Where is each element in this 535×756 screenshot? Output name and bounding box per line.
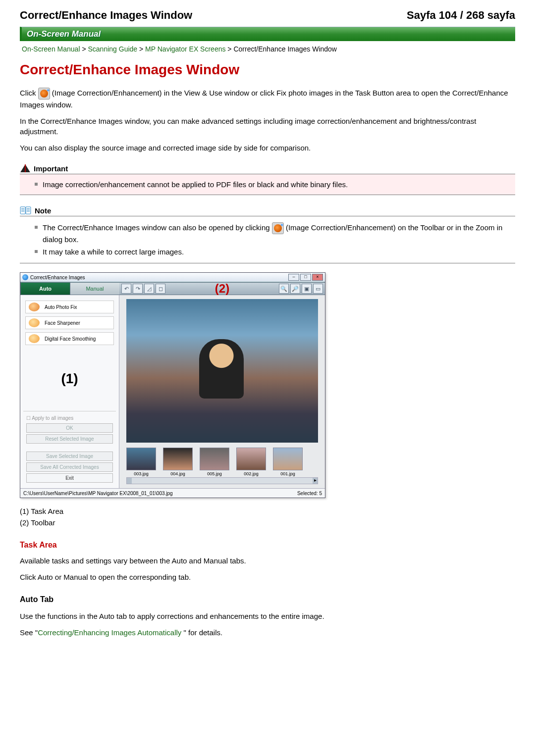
- flip-icon[interactable]: ◿: [144, 284, 154, 294]
- face-sharpener-icon: [29, 318, 40, 327]
- face-sharpener-button[interactable]: Face Sharpener: [25, 316, 114, 329]
- auto-photo-fix-button[interactable]: Auto Photo Fix: [25, 301, 114, 313]
- status-bar: C:\Users\UserName\Pictures\MP Navigator …: [20, 488, 325, 498]
- intro-p2: In the Correct/Enhance Images window, yo…: [20, 116, 515, 137]
- preview-image: [126, 299, 318, 443]
- digital-face-smoothing-button[interactable]: Digital Face Smoothing: [25, 332, 114, 345]
- task-callout: (1): [23, 347, 116, 411]
- digital-face-smoothing-icon: [29, 334, 40, 343]
- header-left: Correct/Enhance Images Window: [20, 9, 192, 22]
- maximize-button[interactable]: □: [300, 274, 311, 281]
- app-title-icon: [22, 274, 28, 280]
- intro-after-icon: (Image Correction/Enhancement) in the Vi…: [20, 89, 508, 109]
- task-area-heading: Task Area: [20, 541, 515, 550]
- zoom-in-icon[interactable]: 🔍: [279, 284, 289, 294]
- task-pane: Auto Photo Fix Face Sharpener Digital Fa…: [20, 295, 119, 488]
- thumbnail[interactable]: 005.jpg: [200, 448, 229, 476]
- important-label: Important: [34, 164, 68, 173]
- note-label: Note: [35, 206, 51, 215]
- apply-all-checkbox[interactable]: ☐ Apply to all images: [23, 414, 116, 422]
- note-icon: [20, 206, 32, 215]
- svg-rect-0: [25, 164, 26, 172]
- breadcrumb-current: Correct/Enhance Images Window: [233, 45, 337, 53]
- task-area-p2: Click Auto or Manual to open the corresp…: [20, 572, 515, 582]
- rotate-right-icon[interactable]: ↷: [133, 284, 143, 294]
- toolbar: ↶ ↷ ◿ ◻ (2) 🔍 🔎 ▣ ▭: [119, 282, 325, 295]
- tab-manual[interactable]: Manual: [70, 282, 120, 295]
- breadcrumb-sep: >: [227, 45, 233, 53]
- preview-pane: 003.jpg 004.jpg 005.jpg 002.jpg 001.jpg …: [119, 295, 325, 488]
- legend-1: (1) Task Area: [20, 507, 515, 515]
- page-header: Correct/Enhance Images Window Sayfa 104 …: [20, 9, 515, 22]
- app-title: Correct/Enhance Images: [30, 275, 85, 280]
- correction-enhancement-icon: [272, 222, 284, 234]
- tab-auto[interactable]: Auto: [20, 282, 70, 295]
- breadcrumb: On-Screen Manual > Scanning Guide > MP N…: [20, 45, 515, 53]
- close-button[interactable]: ×: [312, 274, 323, 281]
- breadcrumb-link-2[interactable]: Scanning Guide: [88, 45, 137, 53]
- status-selected: Selected: 5: [297, 491, 322, 496]
- zoom-out-icon[interactable]: 🔎: [290, 284, 300, 294]
- breadcrumb-sep: >: [82, 45, 88, 53]
- thumbnail[interactable]: 003.jpg: [126, 448, 156, 476]
- auto-tab-see: See "Correcting/Enhancing Images Automat…: [20, 627, 515, 638]
- important-item-1: Image correction/enhancement cannot be a…: [35, 179, 510, 190]
- compare-icon[interactable]: ▣: [302, 284, 312, 294]
- manual-bar: On-Screen Manual: [20, 27, 515, 41]
- minimize-button[interactable]: –: [288, 274, 299, 281]
- thumbnail[interactable]: 001.jpg: [273, 448, 303, 476]
- toolbar-callout: (2): [215, 282, 229, 295]
- intro-p1: Click (Image Correction/Enhancement) in …: [20, 88, 515, 110]
- thumbnail[interactable]: 002.jpg: [236, 448, 266, 476]
- note-callout: Note The Correct/Enhance Images window c…: [20, 206, 515, 263]
- breadcrumb-link-3[interactable]: MP Navigator EX Screens: [145, 45, 225, 53]
- important-icon: [20, 164, 31, 173]
- auto-tab-heading: Auto Tab: [20, 595, 515, 604]
- note-item-1: The Correct/Enhance Images window can al…: [35, 222, 510, 245]
- svg-rect-1: [20, 207, 25, 214]
- auto-photo-fix-icon: [29, 302, 40, 311]
- status-path: C:\Users\UserName\Pictures\MP Navigator …: [23, 491, 173, 496]
- breadcrumb-sep: >: [139, 45, 145, 53]
- save-all-button[interactable]: Save All Corrected Images: [26, 462, 112, 472]
- note-item-2: It may take a while to correct large ima…: [35, 247, 510, 257]
- thumbnail[interactable]: 004.jpg: [163, 448, 193, 476]
- auto-tab-p1: Use the functions in the Auto tab to app…: [20, 611, 515, 621]
- svg-rect-2: [26, 207, 31, 214]
- legend-2: (2) Toolbar: [20, 518, 515, 527]
- app-titlebar: Correct/Enhance Images – □ ×: [20, 273, 325, 282]
- crop-icon[interactable]: ◻: [156, 284, 165, 294]
- auto-correct-link[interactable]: Correcting/Enhancing Images Automaticall…: [38, 628, 181, 637]
- fullscreen-icon[interactable]: ▭: [313, 284, 323, 294]
- intro-click: Click: [20, 89, 38, 97]
- exit-button[interactable]: Exit: [26, 473, 112, 483]
- rotate-left-icon[interactable]: ↶: [121, 284, 131, 294]
- reset-button[interactable]: Reset Selected Image: [26, 434, 112, 444]
- app-window: Correct/Enhance Images – □ × Auto Manual…: [20, 272, 325, 498]
- page-title: Correct/Enhance Images Window: [20, 62, 515, 78]
- breadcrumb-link-1[interactable]: On-Screen Manual: [22, 45, 80, 53]
- task-area-p1: Available tasks and settings vary betwee…: [20, 555, 515, 566]
- important-callout: Important Image correction/enhancement c…: [20, 164, 515, 195]
- intro-p3: You can also display the source image an…: [20, 143, 515, 153]
- horizontal-scrollbar[interactable]: ▸: [126, 477, 318, 484]
- correction-enhancement-icon: [38, 88, 50, 100]
- save-selected-button[interactable]: Save Selected Image: [26, 452, 112, 461]
- ok-button[interactable]: OK: [26, 423, 112, 433]
- header-right: Sayfa 104 / 268 sayfa: [407, 9, 515, 22]
